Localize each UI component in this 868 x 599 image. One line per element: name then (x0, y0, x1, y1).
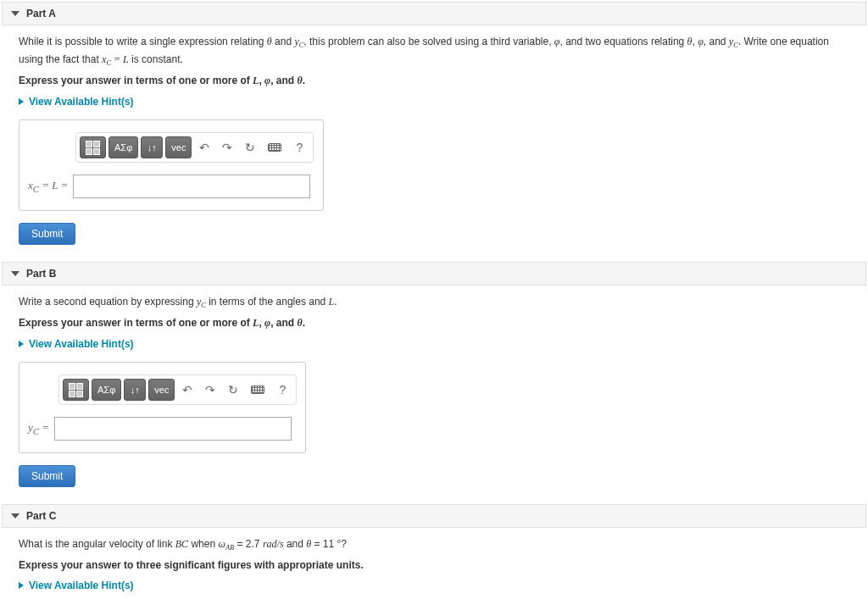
part-c-title: Part C (26, 510, 56, 522)
hint-label: View Available Hint(s) (29, 580, 134, 591)
keyboard-icon (268, 143, 281, 152)
text: , and (704, 36, 729, 47)
submit-button-a[interactable]: Submit (19, 223, 75, 245)
hint-link-c[interactable]: View Available Hint(s) (19, 580, 849, 591)
chevron-right-icon (19, 582, 24, 589)
part-b-header[interactable]: Part B (2, 262, 866, 286)
text: is constant. (129, 53, 183, 65)
text: Express your answer in terms of one or m… (19, 317, 253, 329)
part-b-title: Part B (26, 268, 56, 280)
arrows-button[interactable]: ↓↑ (141, 136, 163, 158)
answer-area-b: ΑΣφ ↓↑ vec ↶ ↷ ↻ ? yC = (19, 362, 306, 453)
text: and (272, 36, 295, 47)
part-c-body: What is the angular velocity of link BC … (2, 536, 866, 599)
xc-eq-l: xC = L (102, 53, 129, 65)
part-a-body: While it is possible to write a single e… (2, 34, 866, 262)
answer-area-a: ΑΣφ ↓↑ vec ↶ ↷ ↻ ? xC = L = (19, 119, 324, 211)
part-b-body: Write a second equation by expressing yC… (2, 294, 866, 504)
answer-row-a: xC = L = (28, 175, 314, 198)
arrows-button[interactable]: ↓↑ (124, 379, 146, 401)
text: , and (270, 75, 297, 86)
redo-button[interactable]: ↷ (217, 136, 237, 158)
templates-button[interactable] (63, 379, 89, 401)
vec-button[interactable]: vec (165, 136, 192, 158)
text: in terms of the angles and (206, 296, 329, 308)
text: . (303, 317, 305, 329)
equation-toolbar-b: ΑΣφ ↓↑ vec ↶ ↷ ↻ ? (58, 374, 297, 405)
undo-button[interactable]: ↶ (177, 379, 198, 401)
text: What is the angular velocity of link (19, 538, 175, 550)
answer-input-a[interactable] (73, 175, 310, 198)
text: While it is possible to write a single e… (19, 36, 267, 47)
help-button[interactable]: ? (272, 379, 292, 401)
help-button[interactable]: ? (289, 136, 309, 158)
part-c-header[interactable]: Part C (2, 504, 866, 528)
templates-icon (69, 383, 83, 397)
bc-symbol: BC (175, 538, 188, 550)
text: Express your answer in terms of one or m… (19, 75, 253, 86)
greek-button[interactable]: ΑΣφ (92, 379, 121, 401)
part-a-question: While it is possible to write a single e… (19, 34, 849, 69)
answer-label-b: yC = (28, 421, 49, 436)
text: . (303, 75, 305, 86)
part-c-question: What is the angular velocity of link BC … (19, 536, 849, 554)
answer-label-a: xC = L = (28, 179, 68, 194)
text: , this problem can also be solved using … (303, 36, 554, 47)
text: . (334, 296, 337, 308)
yc-symbol: yC (197, 296, 206, 308)
hint-label: View Available Hint(s) (29, 338, 134, 350)
part-c-instruction: Express your answer to three significant… (19, 559, 849, 571)
hint-label: View Available Hint(s) (29, 96, 134, 108)
reset-button[interactable]: ↻ (223, 379, 243, 401)
templates-icon (86, 141, 100, 155)
part-b-question: Write a second equation by expressing yC… (19, 294, 849, 312)
greek-button[interactable]: ΑΣφ (108, 136, 138, 158)
undo-button[interactable]: ↶ (194, 136, 214, 158)
chevron-right-icon (19, 98, 24, 105)
keyboard-button[interactable] (246, 379, 270, 401)
vec-button[interactable]: vec (148, 379, 175, 401)
part-a-header[interactable]: Part A (2, 2, 866, 25)
yc-symbol: yC (729, 36, 738, 47)
redo-button[interactable]: ↷ (200, 379, 220, 401)
text: , and two equations relating (559, 36, 687, 47)
val2: = 11 ° (311, 538, 341, 550)
reset-button[interactable]: ↻ (240, 136, 260, 158)
text: and (284, 538, 307, 550)
hint-link-b[interactable]: View Available Hint(s) (19, 338, 849, 350)
templates-button[interactable] (80, 136, 106, 158)
chevron-down-icon (11, 271, 19, 276)
yc-symbol: yC (294, 36, 303, 47)
phi-symbol: φ (698, 36, 704, 47)
keyboard-icon (251, 385, 264, 394)
val1: = 2.7 rad/s (234, 538, 283, 550)
chevron-right-icon (19, 341, 24, 347)
part-a-title: Part A (26, 8, 56, 19)
hint-link-a[interactable]: View Available Hint(s) (19, 96, 849, 108)
text: , and (270, 317, 297, 329)
answer-input-b[interactable] (54, 417, 292, 441)
chevron-down-icon (11, 11, 19, 16)
part-a-instruction: Express your answer in terms of one or m… (19, 75, 849, 87)
submit-button-b[interactable]: Submit (19, 465, 75, 487)
part-b-instruction: Express your answer in terms of one or m… (19, 317, 849, 330)
text: ? (341, 538, 347, 550)
omega-ab-symbol: ωAB (218, 538, 234, 550)
answer-row-b: yC = (28, 417, 297, 441)
text: when (188, 538, 218, 550)
text: Write a second equation by expressing (19, 296, 197, 308)
keyboard-button[interactable] (263, 136, 287, 158)
equation-toolbar-a: ΑΣφ ↓↑ vec ↶ ↷ ↻ ? (75, 132, 314, 163)
chevron-down-icon (11, 513, 19, 519)
